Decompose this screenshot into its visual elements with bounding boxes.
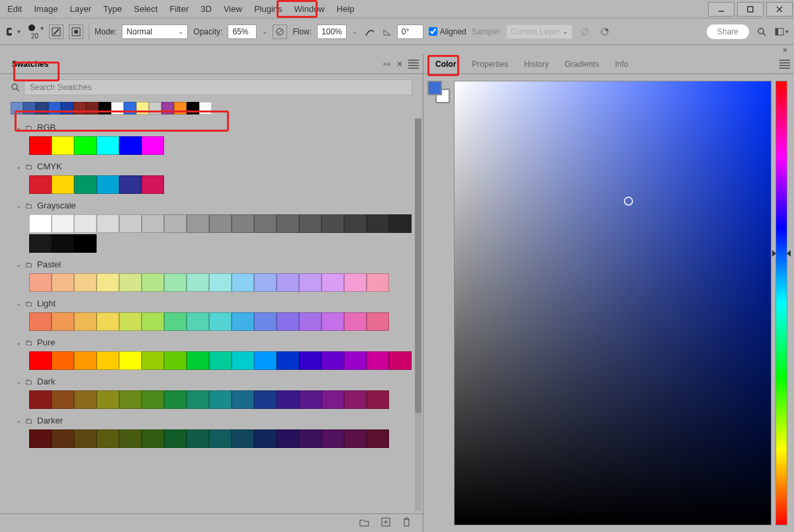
swatch[interactable] — [97, 312, 119, 331]
search-swatches-input[interactable] — [24, 79, 412, 95]
scrollbar-thumb[interactable] — [415, 118, 421, 413]
swatch[interactable] — [322, 273, 344, 292]
swatch[interactable] — [97, 136, 119, 155]
swatch[interactable] — [142, 351, 164, 370]
swatch[interactable] — [322, 351, 344, 370]
swatch[interactable] — [74, 351, 97, 370]
swatch[interactable] — [277, 429, 299, 448]
swatch[interactable] — [232, 351, 254, 370]
search-icon[interactable] — [754, 24, 769, 39]
recent-swatch[interactable] — [48, 102, 61, 114]
swatch[interactable] — [52, 136, 74, 155]
recent-swatch[interactable] — [73, 102, 86, 114]
group-header[interactable]: ⌄🗀Dark — [16, 374, 412, 389]
group-header[interactable]: ⌄🗀RGB — [16, 120, 412, 135]
swatch[interactable] — [74, 136, 97, 155]
menu-type[interactable]: Type — [97, 1, 128, 17]
swatch[interactable] — [299, 214, 322, 233]
swatch[interactable] — [344, 429, 367, 448]
swatch[interactable] — [254, 273, 277, 292]
collapse-icon[interactable]: «« — [383, 60, 391, 69]
swatch[interactable] — [344, 390, 367, 409]
swatch[interactable] — [254, 312, 277, 331]
foreground-color-swatch[interactable] — [427, 81, 442, 95]
swatch[interactable] — [299, 351, 322, 370]
swatch[interactable] — [344, 214, 367, 233]
recent-swatch[interactable] — [136, 102, 149, 114]
new-group-icon[interactable] — [359, 518, 369, 529]
airbrush-icon[interactable] — [363, 24, 377, 39]
swatch[interactable] — [119, 312, 142, 331]
swatch[interactable] — [142, 312, 164, 331]
menu-select[interactable]: Select — [128, 1, 163, 17]
swatch[interactable] — [74, 312, 97, 331]
swatch[interactable] — [209, 214, 232, 233]
swatch[interactable] — [119, 136, 142, 155]
swatch[interactable] — [299, 312, 322, 331]
swatch[interactable] — [277, 390, 299, 409]
swatch[interactable] — [29, 351, 52, 370]
close-button[interactable] — [766, 2, 793, 17]
swatch[interactable] — [74, 273, 97, 292]
swatch[interactable] — [29, 214, 52, 233]
menu-edit[interactable]: Edit — [1, 1, 28, 17]
swatch[interactable] — [254, 351, 277, 370]
hue-slider[interactable] — [775, 81, 787, 525]
flow-field[interactable]: 100% — [317, 24, 347, 39]
maximize-button[interactable] — [737, 2, 764, 17]
menu-3d[interactable]: 3D — [195, 1, 218, 17]
workspace-dropdown[interactable]: ▾ — [774, 24, 789, 39]
group-header[interactable]: ⌄🗀Light — [16, 296, 412, 311]
recent-swatch[interactable] — [111, 102, 124, 114]
share-button[interactable]: Share — [707, 24, 749, 39]
swatch[interactable] — [97, 214, 119, 233]
swatch[interactable] — [277, 273, 299, 292]
swatch[interactable] — [97, 390, 119, 409]
swatch[interactable] — [97, 351, 119, 370]
swatch[interactable] — [367, 273, 389, 292]
swatch[interactable] — [232, 312, 254, 331]
recent-swatch[interactable] — [161, 102, 174, 114]
swatch[interactable] — [119, 390, 142, 409]
menu-image[interactable]: Image — [28, 1, 64, 17]
swatch[interactable] — [187, 351, 209, 370]
swatch[interactable] — [164, 351, 187, 370]
group-header[interactable]: ⌄🗀Darker — [16, 413, 412, 428]
swatch[interactable] — [277, 312, 299, 331]
swatch[interactable] — [322, 390, 344, 409]
swatch[interactable] — [299, 429, 322, 448]
menu-window[interactable]: Window — [288, 1, 331, 17]
swatch[interactable] — [322, 429, 344, 448]
brush-preview[interactable]: ▾ 20 — [26, 23, 44, 40]
menu-plugins[interactable]: Plugins — [248, 1, 288, 17]
opacity-field[interactable]: 65% — [228, 24, 257, 39]
minimize-button[interactable] — [708, 2, 734, 17]
swatch[interactable] — [232, 214, 254, 233]
swatch[interactable] — [322, 312, 344, 331]
swatch[interactable] — [164, 312, 187, 331]
swatch[interactable] — [209, 273, 232, 292]
recent-swatch[interactable] — [124, 102, 136, 114]
swatch[interactable] — [142, 175, 164, 194]
swatch[interactable] — [367, 351, 389, 370]
swatch[interactable] — [164, 390, 187, 409]
scrollbar-track[interactable] — [415, 118, 421, 511]
recent-swatch[interactable] — [174, 102, 187, 114]
mode-dropdown[interactable]: Normal⌄ — [122, 24, 188, 39]
swatch[interactable] — [29, 390, 52, 409]
recent-swatch[interactable] — [187, 102, 199, 114]
angle-field[interactable]: 0° — [397, 24, 423, 39]
swatch[interactable] — [299, 273, 322, 292]
swatch[interactable] — [97, 175, 119, 194]
swatch[interactable] — [119, 214, 142, 233]
swatches-scroll-area[interactable]: ⌄🗀RGB⌄🗀CMYK⌄🗀Grayscale⌄🗀Pastel⌄🗀Light⌄🗀P… — [0, 116, 423, 513]
swatch[interactable] — [209, 312, 232, 331]
swatch[interactable] — [119, 429, 142, 448]
swatch[interactable] — [119, 273, 142, 292]
tab-properties[interactable]: Properties — [464, 56, 516, 73]
swatch[interactable] — [187, 390, 209, 409]
swatch[interactable] — [52, 312, 74, 331]
swatch[interactable] — [344, 351, 367, 370]
recent-swatch[interactable] — [23, 102, 36, 114]
swatch[interactable] — [142, 273, 164, 292]
